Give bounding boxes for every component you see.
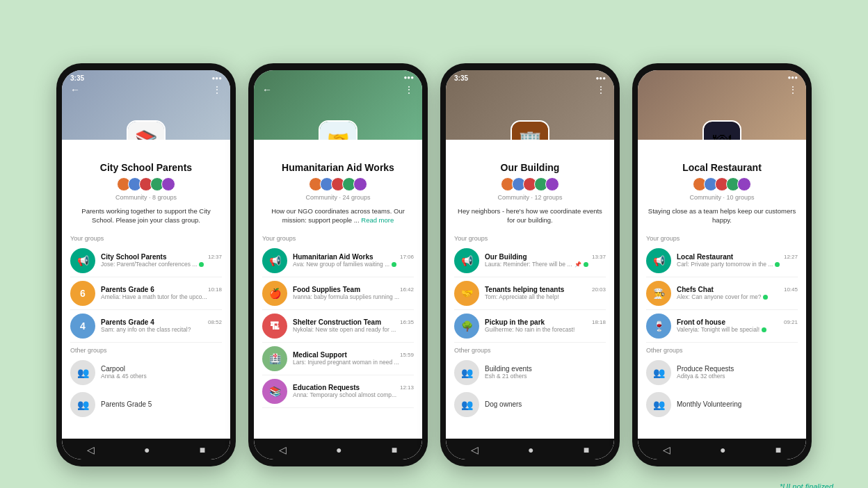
member-avatars xyxy=(646,177,798,191)
other-group-sub-0: Aditya & 32 others xyxy=(677,373,734,380)
other-group-0[interactable]: 👥 Produce Requests Aditya & 32 others xyxy=(646,357,798,389)
unread-dot xyxy=(763,295,768,300)
chat-avatar-0: 📢 xyxy=(70,248,95,273)
chat-time-1: 10:45 xyxy=(784,286,798,293)
chat-preview-1: Ivanna: baby formula supplies running ..… xyxy=(293,293,414,300)
chat-preview-1: Tom: Appreciate all the help! xyxy=(485,293,606,300)
chat-name-2: Parents Grade 4 xyxy=(101,318,154,326)
chat-info-0: Our Building 13:37 Laura: Reminder: Ther… xyxy=(485,253,606,268)
other-avatar-0: 👥 xyxy=(454,360,479,385)
community-name: Our Building xyxy=(454,162,606,173)
other-group-0[interactable]: 👥 Building events Esh & 21 others xyxy=(454,357,606,389)
community-description: Staying close as a team helps keep our c… xyxy=(646,206,798,225)
more-button[interactable]: ⋮ xyxy=(596,84,606,95)
chat-item-0[interactable]: 📢 Our Building 13:37 Laura: Reminder: Th… xyxy=(454,245,606,277)
chat-item-2[interactable]: 4 Parents Grade 4 08:52 Sam: any info on… xyxy=(70,310,222,343)
community-name: Local Restaurant xyxy=(646,162,798,173)
chat-avatar-4: 📚 xyxy=(262,379,287,404)
community-icon: 🏢 xyxy=(511,120,549,140)
other-group-name-0: Carpool xyxy=(101,365,147,373)
chat-info-1: Chefs Chat 10:45 Alex: Can anyone cover … xyxy=(677,286,798,300)
other-avatar-0: 👥 xyxy=(70,360,95,385)
other-group-1[interactable]: 👥 Parents Grade 5 xyxy=(70,389,222,421)
chat-item-2[interactable]: 🍷 Front of house 09:21 Valeryia: Tonight… xyxy=(646,310,798,343)
more-button[interactable]: ⋮ xyxy=(404,84,414,95)
unread-dot xyxy=(762,327,766,332)
status-bar: 3:35 ●●● xyxy=(70,74,222,82)
chat-item-1[interactable]: 6 Parents Grade 6 10:18 Amelia: Have a m… xyxy=(70,277,222,310)
phone-screen: 3:35 ●●● ← ⋮ 📚 City School Parents xyxy=(62,70,230,459)
nav-recent[interactable]: ■ xyxy=(584,444,589,455)
nav-home[interactable]: ● xyxy=(336,444,341,455)
other-group-name-0: Building events xyxy=(485,365,532,373)
your-groups-label: Your groups xyxy=(646,235,798,242)
other-group-0[interactable]: 👥 Carpool Anna & 45 others xyxy=(70,357,222,389)
nav-home[interactable]: ● xyxy=(528,444,533,455)
community-description: Parents working together to support the … xyxy=(70,206,222,225)
phone-screen: ●●● ⋮ 🍽 Local Restaurant Community · 10 … xyxy=(638,70,806,459)
header-bg: ●●● ⋮ 🍽 xyxy=(638,70,806,140)
chat-item-1[interactable]: 👨‍🍳 Chefs Chat 10:45 Alex: Can anyone co… xyxy=(646,277,798,310)
member-avatars xyxy=(454,177,606,191)
chat-name-1: Chefs Chat xyxy=(677,286,714,293)
status-bar: ●●● xyxy=(262,74,414,81)
chat-item-2[interactable]: 🌳 Pickup in the park 18:18 Guilherme: No… xyxy=(454,310,606,343)
member-avatar-4 xyxy=(545,177,559,191)
more-button[interactable]: ⋮ xyxy=(788,84,798,95)
chat-info-0: Humanitarian Aid Works 17:06 Ava: New gr… xyxy=(293,253,414,268)
status-time: 3:35 xyxy=(454,74,468,82)
chat-item-1[interactable]: 🍎 Food Supplies Team 16:42 Ivanna: baby … xyxy=(262,277,414,310)
nav-recent[interactable]: ■ xyxy=(775,444,781,455)
nav-recent[interactable]: ■ xyxy=(200,444,205,455)
chat-avatar-3: 🏥 xyxy=(262,346,287,371)
chat-time-1: 16:42 xyxy=(400,286,414,293)
other-group-name-1: Parents Grade 5 xyxy=(101,400,152,408)
chat-time-0: 17:06 xyxy=(400,254,414,260)
community-meta: Community · 10 groups xyxy=(646,194,798,201)
status-icons: ●●● xyxy=(212,75,223,81)
nav-back[interactable]: ◁ xyxy=(279,444,287,455)
app-background: 3:35 ●●● ← ⋮ 📚 City School Parents xyxy=(14,14,854,488)
chat-time-3: 15:59 xyxy=(400,352,414,358)
chat-time-2: 09:21 xyxy=(784,319,798,325)
nav-home[interactable]: ● xyxy=(720,444,725,455)
chat-item-0[interactable]: 📢 Humanitarian Aid Works 17:06 Ava: New … xyxy=(262,245,414,277)
nav-back[interactable]: ◁ xyxy=(87,444,95,455)
chat-preview-4: Anna: Temporary school almost comp... xyxy=(293,391,414,398)
chat-preview-1: Amelia: Have a math tutor for the upco..… xyxy=(101,293,222,300)
chat-preview-2: Sam: any info on the class recital? xyxy=(101,326,222,333)
member-avatars xyxy=(70,177,222,191)
phone-local-restaurant: ●●● ⋮ 🍽 Local Restaurant Community · 10 … xyxy=(632,63,812,466)
chat-time-2: 18:18 xyxy=(592,319,606,325)
chat-time-1: 20:03 xyxy=(592,286,606,293)
chat-name-1: Food Supplies Team xyxy=(293,286,360,293)
chat-info-1: Tenants helping tenants 20:03 Tom: Appre… xyxy=(485,286,606,300)
chat-item-0[interactable]: 📢 City School Parents 12:37 Jose: Parent… xyxy=(70,245,222,277)
chat-item-2[interactable]: 🏗 Shelter Construction Team 16:35 Nykola… xyxy=(262,310,414,343)
nav-back[interactable]: ◁ xyxy=(471,444,479,455)
nav-back[interactable]: ◁ xyxy=(663,444,670,455)
back-button[interactable]: ← xyxy=(262,84,272,95)
chat-avatar-1: 👨‍🍳 xyxy=(646,281,671,306)
chat-time-0: 12:37 xyxy=(208,254,222,260)
chat-name-4: Education Requests xyxy=(293,384,360,391)
chat-item-1[interactable]: 🤝 Tenants helping tenants 20:03 Tom: App… xyxy=(454,277,606,310)
back-button[interactable]: ← xyxy=(70,84,80,95)
more-button[interactable]: ⋮ xyxy=(212,84,222,95)
chat-name-0: Humanitarian Aid Works xyxy=(293,253,373,261)
chat-item-4[interactable]: 📚 Education Requests 12:13 Anna: Tempora… xyxy=(262,375,414,408)
read-more-link[interactable]: Read more xyxy=(361,216,394,224)
status-icons: ●●● xyxy=(788,74,798,81)
chat-item-0[interactable]: 📢 Local Restaurant 12:27 Carl: Private p… xyxy=(646,245,798,277)
nav-recent[interactable]: ■ xyxy=(392,444,397,455)
chat-item-3[interactable]: 🏥 Medical Support 15:59 Lars: Injured pr… xyxy=(262,343,414,375)
nav-bar: ◁ ● ■ xyxy=(62,439,230,459)
chat-info-1: Parents Grade 6 10:18 Amelia: Have a mat… xyxy=(101,286,222,300)
nav-home[interactable]: ● xyxy=(144,444,150,455)
other-group-1[interactable]: 👥 Dog owners xyxy=(454,389,606,421)
community-meta: Community · 8 groups xyxy=(70,194,222,201)
other-group-1[interactable]: 👥 Monthly Volunteering xyxy=(646,389,798,421)
community-description: How our NGO coordinates across teams. Ou… xyxy=(262,206,414,225)
chat-preview-0: Laura: Reminder: There will be ... 📌 xyxy=(485,261,606,268)
chat-info-1: Food Supplies Team 16:42 Ivanna: baby fo… xyxy=(293,286,414,300)
